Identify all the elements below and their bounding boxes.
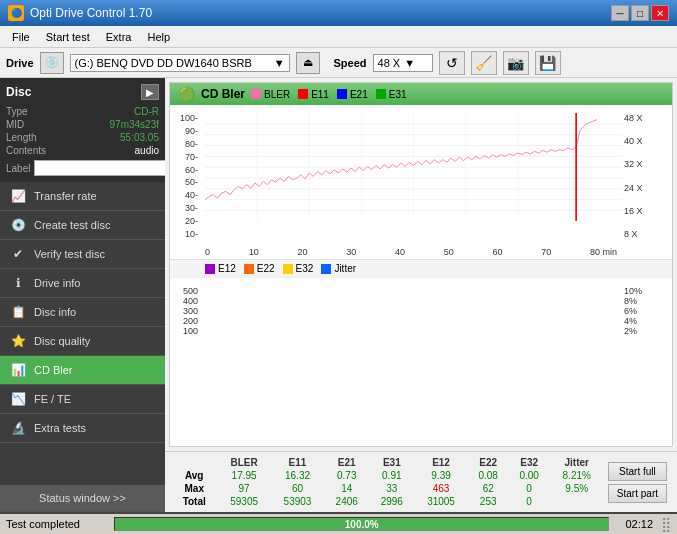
stats-table: BLER E11 E21 E31 E12 E22 E32 Jitter [171,456,604,508]
stats-cell-r2-c7 [550,495,604,508]
eject-button[interactable]: ⏏ [296,52,320,74]
disc-length-value: 55:03.05 [120,132,159,143]
stats-cell-r0-c1: 16.32 [271,469,324,482]
stats-cell-r0-c4: 9.39 [414,469,467,482]
legend-e21-label: E21 [350,89,368,100]
chart-header: 🟢 CD Bler BLER E11 E21 [170,83,672,105]
menu-start-test[interactable]: Start test [38,29,98,45]
legend-e22-color [244,264,254,274]
stats-col-e21: E21 [324,456,369,469]
titlebar-buttons: ─ □ ✕ [611,5,669,21]
drivebar: Drive 💿 (G:) BENQ DVD DD DW1640 BSRB ▼ ⏏… [0,48,677,78]
sidebar: Disc ▶ Type CD-R MID 97m34s23f Length 55… [0,78,165,512]
sidebar-item-extra-tests[interactable]: 🔬 Extra tests [0,414,165,443]
drive-icon-btn[interactable]: 💿 [40,52,64,74]
legend-e22: E22 [244,263,275,274]
menu-extra[interactable]: Extra [98,29,140,45]
stats-cell-r2-c3: 2996 [369,495,414,508]
status-window-label: Status window >> [39,492,126,504]
legend-e12: E12 [205,263,236,274]
stats-cell-r2-c2: 2406 [324,495,369,508]
sidebar-item-label-fe-te: FE / TE [34,393,71,405]
stats-cell-r2-c0: 59305 [217,495,270,508]
sidebar-item-label-disc-info: Disc info [34,306,76,318]
start-full-button[interactable]: Start full [608,462,667,481]
start-part-button[interactable]: Start part [608,484,667,503]
stats-cell-r2-c1: 53903 [271,495,324,508]
stats-cell-r1-c5: 62 [468,482,509,495]
close-button[interactable]: ✕ [651,5,669,21]
legend-e21: E21 [337,89,368,100]
stats-cell-r1-c3: 33 [369,482,414,495]
chart-container: 🟢 CD Bler BLER E11 E21 [169,82,673,447]
legend-bler-color [251,89,261,99]
disc-contents-value: audio [135,145,159,156]
legend-e11-color [298,89,308,99]
legend-bler-label: BLER [264,89,290,100]
drive-select[interactable]: (G:) BENQ DVD DD DW1640 BSRB ▼ [70,54,290,72]
stats-cell-r0-c6: 0.00 [509,469,550,482]
disc-length-row: Length 55:03.05 [6,132,159,143]
sidebar-item-cd-bler[interactable]: 📊 CD Bler [0,356,165,385]
disc-panel: Disc ▶ Type CD-R MID 97m34s23f Length 55… [0,78,165,182]
sidebar-item-transfer-rate[interactable]: 📈 Transfer rate [0,182,165,211]
maximize-button[interactable]: □ [631,5,649,21]
cd-bler-icon: 📊 [10,363,26,377]
drive-info-icon: ℹ [10,276,26,290]
sidebar-item-verify-test-disc[interactable]: ✔ Verify test disc [0,240,165,269]
upper-chart-svg [205,113,622,221]
sidebar-item-create-test-disc[interactable]: 💿 Create test disc [0,211,165,240]
speed-value: 48 X [378,57,401,69]
stats-cell-r1-c1: 60 [271,482,324,495]
status-window-button[interactable]: Status window >> [0,485,165,512]
stats-col-e22: E22 [468,456,509,469]
screenshot-button[interactable]: 📷 [503,51,529,75]
speed-label: Speed [334,57,367,69]
sidebar-item-label-extra-tests: Extra tests [34,422,86,434]
stats-buttons-wrapper: Start full Start part [604,456,671,508]
speed-dropdown-arrow: ▼ [404,57,415,69]
sidebar-item-disc-info[interactable]: 📋 Disc info [0,298,165,327]
stats-cell-r0-c3: 0.91 [369,469,414,482]
stats-cell-r0-c5: 0.08 [468,469,509,482]
progress-bar-container: 100.0% [114,517,609,531]
stats-cell-r1-c6: 0 [509,482,550,495]
legend-e31-label: E31 [389,89,407,100]
content-area: 🟢 CD Bler BLER E11 E21 [165,78,677,512]
sidebar-item-disc-quality[interactable]: ⭐ Disc quality [0,327,165,356]
sidebar-item-label-verify-test-disc: Verify test disc [34,248,105,260]
clear-button[interactable]: 🧹 [471,51,497,75]
stats-col-label [171,456,217,469]
upper-y-axis: 100- 90- 80- 70- 60- 50- 40- 30- 20- 10- [170,113,200,239]
menu-help[interactable]: Help [139,29,178,45]
legend-jitter-label: Jitter [334,263,356,274]
sidebar-item-label-transfer-rate: Transfer rate [34,190,97,202]
verify-test-disc-icon: ✔ [10,247,26,261]
disc-label-row: Label ⚙ [6,160,159,176]
legend-e22-label: E22 [257,263,275,274]
drive-dropdown-arrow: ▼ [274,57,285,69]
refresh-button[interactable]: ↺ [439,51,465,75]
stats-row-max: Max976014334636209.5% [171,482,604,495]
stats-row-label-0: Avg [171,469,217,482]
stats-row-avg: Avg17.9516.320.730.919.390.080.008.21% [171,469,604,482]
sidebar-item-fe-te[interactable]: 📉 FE / TE [0,385,165,414]
sidebar-item-drive-info[interactable]: ℹ Drive info [0,269,165,298]
disc-mid-value: 97m34s23f [110,119,159,130]
disc-panel-header: Disc ▶ [6,84,159,100]
save-button[interactable]: 💾 [535,51,561,75]
legend-e32: E32 [283,263,314,274]
transfer-rate-icon: 📈 [10,189,26,203]
stats-table-wrapper: BLER E11 E21 E31 E12 E22 E32 Jitter [171,456,604,508]
legend-e12-color [205,264,215,274]
speed-select[interactable]: 48 X ▼ [373,54,433,72]
stats-cell-r1-c7: 9.5% [550,482,604,495]
stats-col-e11: E11 [271,456,324,469]
drive-value: (G:) BENQ DVD DD DW1640 BSRB [75,57,252,69]
minimize-button[interactable]: ─ [611,5,629,21]
disc-label-input[interactable] [34,160,167,176]
disc-type-value: CD-R [134,106,159,117]
disc-info-icon: 📋 [10,305,26,319]
menu-file[interactable]: File [4,29,38,45]
disc-nav-button[interactable]: ▶ [141,84,159,100]
